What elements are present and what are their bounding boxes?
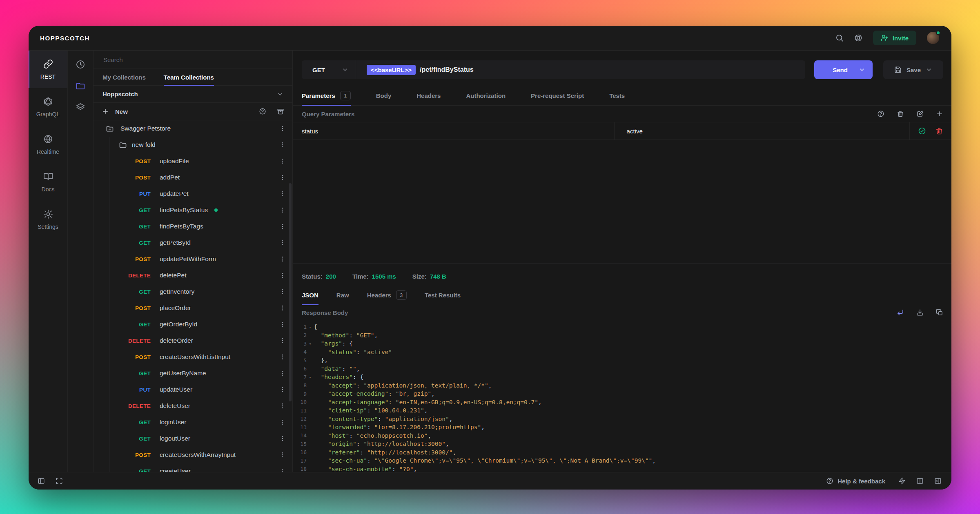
fold-arrow[interactable]: ▾ <box>307 375 314 379</box>
support-button[interactable] <box>854 34 862 42</box>
request-item[interactable]: GET createUser <box>94 463 292 472</box>
download-response-button[interactable] <box>916 309 924 316</box>
wrap-lines-button[interactable] <box>897 309 904 316</box>
item-options-button[interactable] <box>279 256 286 262</box>
search-button[interactable] <box>835 34 844 42</box>
request-tab-body[interactable]: Body <box>376 86 392 105</box>
response-tab-raw[interactable]: Raw <box>336 286 349 305</box>
item-options-button[interactable] <box>279 435 286 442</box>
response-body-editor[interactable]: 1 ▾ { 2 "method": "GET", 3 ▾ "args": { 4… <box>293 320 951 472</box>
collapse-right-panel-button[interactable] <box>934 477 942 485</box>
request-item[interactable]: POST uploadFile <box>94 153 292 169</box>
item-options-button[interactable] <box>279 223 286 230</box>
nav-item-docs[interactable]: Docs <box>29 163 67 201</box>
collections-tab-my-collections[interactable]: My Collections <box>102 69 146 85</box>
fold-arrow[interactable]: ▾ <box>307 325 314 329</box>
response-tab-json[interactable]: JSON <box>302 286 318 305</box>
item-options-button[interactable] <box>279 305 286 311</box>
request-item[interactable]: DELETE deletePet <box>94 267 292 284</box>
collections-tab-team-collections[interactable]: Team Collections <box>164 69 214 85</box>
request-item[interactable]: PUT updateUser <box>94 381 292 398</box>
item-options-button[interactable] <box>279 239 286 246</box>
item-options-button[interactable] <box>279 191 286 197</box>
nav-item-settings[interactable]: Settings <box>29 201 67 238</box>
item-options-button[interactable] <box>279 337 286 344</box>
request-item[interactable]: POST createUsersWithArrayInput <box>94 447 292 463</box>
params-clear-all-button[interactable] <box>897 110 904 117</box>
request-item[interactable]: POST createUsersWithListInput <box>94 349 292 365</box>
mini-history-button[interactable] <box>76 60 85 69</box>
shortcuts-zap-button[interactable] <box>898 477 906 485</box>
request-tab-parameters[interactable]: Parameters1 <box>302 86 351 105</box>
collections-help-button[interactable] <box>259 108 266 115</box>
request-tab-pre-request-script[interactable]: Pre-request Script <box>531 86 584 105</box>
request-item[interactable]: DELETE deleteUser <box>94 398 292 414</box>
import-export-button[interactable] <box>277 108 284 115</box>
request-item[interactable]: POST placeOrder <box>94 300 292 316</box>
response-tab-test-results[interactable]: Test Results <box>425 286 461 305</box>
request-item[interactable]: GET findPetsByStatus <box>94 202 292 218</box>
url-input[interactable]: <<baseURL>> /pet/findByStatus <box>356 60 805 79</box>
request-item[interactable]: GET loginUser <box>94 414 292 430</box>
nav-item-rest[interactable]: REST <box>29 51 67 88</box>
item-options-button[interactable] <box>279 288 286 295</box>
mini-collections-button[interactable] <box>76 81 85 91</box>
nav-item-realtime[interactable]: Realtime <box>29 126 67 163</box>
collection-folder[interactable]: Swagger Petstore <box>94 120 292 137</box>
params-add-button[interactable] <box>936 110 943 117</box>
scrollbar-thumb[interactable] <box>289 183 292 401</box>
params-edit-bulk-button[interactable] <box>916 110 924 117</box>
param-value-input[interactable]: active <box>615 122 910 140</box>
item-options-button[interactable] <box>279 386 286 393</box>
send-button[interactable]: Send <box>814 60 873 79</box>
item-options-button[interactable] <box>279 174 286 181</box>
help-feedback-button[interactable]: Help & feedback <box>824 477 888 485</box>
request-tab-authorization[interactable]: Authorization <box>466 86 506 105</box>
shortcuts-button[interactable] <box>56 477 63 485</box>
item-options-button[interactable] <box>279 403 286 409</box>
request-item[interactable]: GET getPetById <box>94 235 292 251</box>
item-options-button[interactable] <box>279 321 286 328</box>
item-options-button[interactable] <box>279 158 286 164</box>
request-item[interactable]: GET getUserByName <box>94 365 292 381</box>
param-key-input[interactable]: status <box>293 122 615 140</box>
request-item[interactable]: GET getInventory <box>94 284 292 300</box>
request-item[interactable]: GET logoutUser <box>94 430 292 447</box>
response-tab-headers[interactable]: Headers3 <box>367 286 407 305</box>
item-options-button[interactable] <box>279 452 286 458</box>
toggle-sidebar-button[interactable] <box>38 477 45 485</box>
item-options-button[interactable] <box>279 354 286 360</box>
request-tab-headers[interactable]: Headers <box>416 86 441 105</box>
request-item[interactable]: POST updatePetWithForm <box>94 251 292 267</box>
request-item[interactable]: PUT updatePet <box>94 186 292 202</box>
column-layout-button[interactable] <box>916 477 924 485</box>
request-tab-tests[interactable]: Tests <box>609 86 625 105</box>
item-options-button[interactable] <box>279 370 286 377</box>
nav-item-graphql[interactable]: GraphQL <box>29 88 67 126</box>
request-item[interactable]: DELETE deleteOrder <box>94 332 292 349</box>
item-options-button[interactable] <box>279 207 286 213</box>
item-options-button[interactable] <box>279 468 286 472</box>
request-item[interactable]: GET findPetsByTags <box>94 218 292 235</box>
team-selector[interactable]: Hoppscotch <box>94 86 292 103</box>
request-item[interactable]: GET getOrderById <box>94 316 292 332</box>
params-help-button[interactable] <box>877 110 884 117</box>
copy-response-button[interactable] <box>936 309 943 316</box>
invite-button[interactable]: Invite <box>873 31 916 45</box>
request-item[interactable]: POST addPet <box>94 169 292 186</box>
item-options-button[interactable] <box>279 142 286 148</box>
item-options-button[interactable] <box>279 419 286 425</box>
search-input[interactable] <box>102 56 283 64</box>
avatar[interactable] <box>927 32 939 44</box>
save-button[interactable]: Save <box>883 60 943 79</box>
fold-arrow[interactable]: ▾ <box>307 341 314 346</box>
param-toggle-button[interactable] <box>918 127 926 135</box>
item-options-button[interactable] <box>279 125 286 132</box>
request-method: GET <box>119 207 151 213</box>
param-delete-button[interactable] <box>935 127 943 135</box>
new-collection-button[interactable]: New <box>102 108 128 115</box>
item-options-button[interactable] <box>279 272 286 279</box>
mini-environments-button[interactable] <box>76 102 85 112</box>
collection-subfolder[interactable]: new fold <box>94 137 292 153</box>
method-selector[interactable]: GET <box>302 60 356 79</box>
